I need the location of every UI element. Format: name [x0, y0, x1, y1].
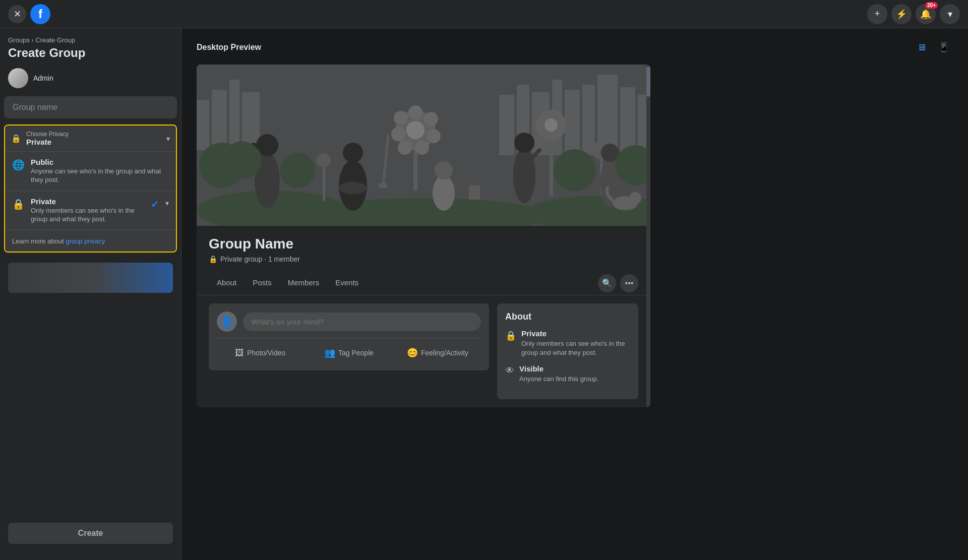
svg-rect-27: [323, 165, 325, 201]
group-name-input[interactable]: [4, 96, 177, 118]
privacy-value: Private: [26, 138, 161, 146]
feeling-icon: 😊: [407, 347, 418, 358]
preview-tabs: About Posts Members Events 🔍 •••: [197, 271, 650, 295]
about-card: About 🔒 Private Only members can see who…: [497, 303, 638, 399]
breadcrumb-groups-link[interactable]: Groups: [8, 36, 30, 44]
svg-point-28: [317, 153, 331, 167]
privacy-options: 🌐 Public Anyone can see who's in the gro…: [5, 151, 176, 230]
about-sidebar: About 🔒 Private Only members can see who…: [497, 303, 638, 399]
notifications-button[interactable]: 🔔 20+: [916, 4, 936, 24]
tab-about[interactable]: About: [209, 271, 245, 295]
svg-point-57: [554, 149, 596, 192]
avatar: [8, 68, 28, 88]
svg-point-26: [394, 111, 408, 125]
option-text-private: Private Only members can see who's in th…: [31, 197, 145, 224]
option-text-public: Public Anyone can see who's in the group…: [31, 158, 169, 184]
photo-video-button[interactable]: 🖼 Photo/Video: [217, 343, 304, 362]
about-item-private: 🔒 Private Only members can see who's in …: [505, 329, 630, 357]
about-visible-icon: 👁: [505, 365, 514, 376]
svg-point-31: [544, 118, 558, 132]
cover-image: [197, 65, 650, 226]
tab-posts[interactable]: Posts: [245, 271, 280, 295]
preview-card: Group Name 🔒 Private group · 1 member Ab…: [197, 65, 650, 407]
svg-rect-52: [379, 183, 387, 188]
group-meta-text: Private group · 1 member: [220, 255, 300, 263]
option-title-private: Private: [31, 197, 145, 206]
tab-members[interactable]: Members: [280, 271, 328, 295]
preview-scrollbar[interactable]: [646, 65, 650, 407]
right-area: Desktop Preview 🖥 📱: [182, 28, 968, 560]
group-privacy-link[interactable]: group privacy: [66, 237, 105, 245]
nav-left: ✕ f: [8, 4, 50, 24]
svg-rect-11: [212, 90, 227, 150]
privacy-learn-more: Learn more about group privacy: [5, 230, 176, 252]
photo-video-label: Photo/Video: [247, 349, 285, 357]
privacy-choose-label: Choose Privacy: [26, 131, 161, 138]
create-button[interactable]: Create: [8, 523, 173, 544]
preview-thumbnail: [8, 263, 173, 293]
main-layout: Groups › Create Group Create Group Admin…: [0, 28, 968, 560]
tag-icon: 👥: [324, 347, 335, 358]
privacy-select-row[interactable]: 🔒 Choose Privacy Private ▾: [5, 126, 176, 151]
about-item-visible: 👁 Visible Anyone can find this group.: [505, 364, 630, 384]
cover-illustration-svg: [197, 65, 650, 226]
svg-point-25: [391, 127, 405, 141]
preview-device-buttons: 🖥 📱: [913, 38, 953, 56]
tab-events[interactable]: Events: [327, 271, 367, 295]
page-title: Create Group: [4, 46, 177, 60]
about-private-desc: Only members can see who's in the group …: [521, 339, 630, 357]
preview-title: Desktop Preview: [197, 43, 261, 52]
svg-point-54: [223, 141, 261, 179]
svg-point-41: [433, 175, 455, 211]
more-tab-button[interactable]: •••: [620, 274, 638, 292]
learn-more-prefix: Learn more about: [12, 237, 66, 245]
breadcrumb: Groups › Create Group: [4, 36, 177, 44]
desktop-preview-button[interactable]: 🖥: [913, 38, 931, 56]
feeling-activity-button[interactable]: 😊 Feeling/Activity: [394, 343, 481, 362]
private-icon: 🔒: [12, 198, 25, 210]
svg-rect-5: [565, 90, 580, 155]
group-name-preview: Group Name: [209, 236, 638, 252]
privacy-option-private[interactable]: 🔒 Private Only members can see who's in …: [5, 191, 176, 230]
admin-row: Admin: [4, 68, 177, 88]
post-area: 👤 🖼 Photo/Video 👥 Tag People: [209, 303, 489, 399]
search-icon: 🔍: [602, 278, 612, 288]
privacy-chevron-icon: ▾: [166, 135, 170, 143]
search-tab-button[interactable]: 🔍: [598, 274, 616, 292]
about-lock-icon: 🔒: [505, 330, 516, 341]
svg-point-49: [629, 192, 641, 204]
svg-point-24: [398, 141, 412, 155]
svg-rect-29: [550, 135, 553, 196]
group-meta: 🔒 Private group · 1 member: [209, 255, 638, 263]
private-selected-check-icon: ✔: [151, 198, 159, 210]
option-desc-public: Anyone can see who's in the group and wh…: [31, 167, 169, 184]
about-visible-desc: Anyone can find this group.: [519, 375, 599, 384]
messenger-icon: ⚡: [896, 9, 907, 20]
post-box: 👤 🖼 Photo/Video 👥 Tag People: [209, 303, 489, 370]
svg-point-19: [406, 121, 425, 139]
privacy-option-public[interactable]: 🌐 Public Anyone can see who's in the gro…: [5, 151, 176, 191]
close-button[interactable]: ✕: [8, 5, 26, 23]
notification-icon: 🔔: [920, 9, 931, 20]
feeling-activity-label: Feeling/Activity: [421, 349, 468, 357]
scrollbar-thumb: [646, 67, 650, 97]
account-dropdown-button[interactable]: ▾: [940, 4, 960, 24]
add-button[interactable]: +: [867, 4, 887, 24]
post-avatar: 👤: [217, 312, 237, 332]
option-title-public: Public: [31, 158, 169, 166]
chevron-down-icon: ▾: [948, 9, 952, 20]
close-icon: ✕: [14, 9, 21, 20]
svg-rect-50: [469, 185, 480, 200]
preview-content: 👤 🖼 Photo/Video 👥 Tag People: [197, 295, 650, 407]
post-input[interactable]: [243, 313, 481, 331]
tag-people-button[interactable]: 👥 Tag People: [306, 343, 392, 362]
messenger-button[interactable]: ⚡: [891, 4, 912, 24]
privacy-label-group: Choose Privacy Private: [26, 131, 161, 146]
post-actions: 🖼 Photo/Video 👥 Tag People 😊 Feeling/Act…: [217, 338, 481, 362]
tablet-preview-button[interactable]: 📱: [935, 38, 953, 56]
facebook-logo: f: [30, 4, 50, 24]
svg-point-56: [280, 153, 315, 188]
svg-rect-6: [582, 85, 595, 155]
public-icon: 🌐: [12, 159, 25, 171]
svg-point-23: [415, 141, 429, 155]
